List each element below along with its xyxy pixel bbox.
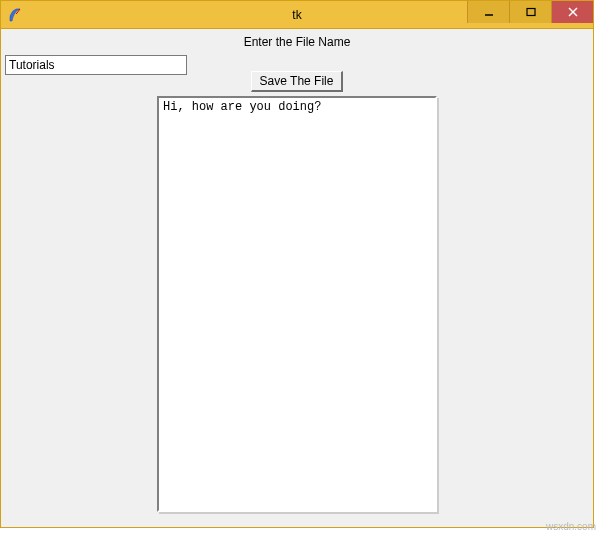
minimize-button[interactable] xyxy=(467,1,509,23)
text-area-frame xyxy=(157,96,437,512)
save-button[interactable]: Save The File xyxy=(251,71,344,92)
titlebar: tk xyxy=(1,1,593,29)
app-window: tk Enter the File Name Save The File xyxy=(0,0,594,528)
window-controls xyxy=(467,1,593,23)
maximize-button[interactable] xyxy=(509,1,551,23)
svg-rect-1 xyxy=(527,9,535,16)
close-button[interactable] xyxy=(551,1,593,23)
watermark: wsxdn.com xyxy=(546,521,596,532)
app-icon xyxy=(7,7,23,23)
client-area: Enter the File Name Save The File xyxy=(1,29,593,527)
text-area[interactable] xyxy=(159,98,435,510)
filename-input[interactable] xyxy=(5,55,187,75)
prompt-label: Enter the File Name xyxy=(1,35,593,49)
